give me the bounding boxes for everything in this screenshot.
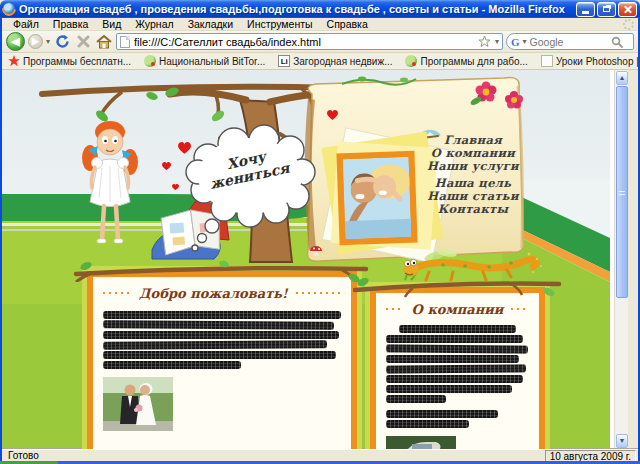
stop-button[interactable] (74, 33, 92, 51)
menu-bar: Файл Правка Вид Журнал Закладки Инструме… (2, 18, 638, 31)
firefox-window: Организация свадеб , проведения свадьбы,… (0, 0, 640, 464)
close-icon (623, 5, 632, 14)
bookmark-label: Уроки Photoshop | С... (556, 56, 638, 67)
bookmark-item[interactable]: Национальный BitTor... (144, 55, 265, 67)
search-engine-dropdown-icon[interactable]: ▾ (523, 37, 527, 46)
menu-bookmarks[interactable]: Закладки (181, 18, 240, 30)
bookmark-label: Программы для рабо... (420, 56, 527, 67)
home-button[interactable] (95, 33, 113, 51)
address-input[interactable] (134, 36, 474, 48)
bookmark-item[interactable]: Программы для рабо... (405, 55, 527, 67)
dotted-rule (296, 292, 341, 294)
reload-icon (55, 34, 70, 49)
bookmark-label: Программы бесплатн... (23, 56, 131, 67)
home-icon (96, 35, 112, 49)
bookmark-item[interactable]: Уроки Photoshop | С... (541, 55, 638, 67)
menu-history[interactable]: Журнал (128, 18, 180, 30)
dotted-rule (103, 292, 131, 294)
address-dropdown-icon[interactable]: ▾ (495, 37, 499, 46)
menu-file[interactable]: Файл (6, 18, 46, 30)
bookmark-star-icon[interactable] (478, 35, 491, 48)
back-button[interactable]: ◀ (6, 32, 25, 51)
close-button[interactable] (618, 2, 637, 17)
history-dropdown-icon[interactable]: ▾ (46, 37, 50, 46)
wedding-car-photo[interactable] (386, 436, 456, 449)
scroll-up-button[interactable]: ▲ (616, 71, 628, 85)
search-bar[interactable]: G ▾ (506, 33, 634, 50)
page-favicon (120, 36, 130, 48)
lizard-illustration (395, 246, 545, 288)
status-bar: Готово 10 августа 2009 г. (2, 449, 638, 461)
menu-help[interactable]: Справка (320, 18, 375, 30)
menu-view[interactable]: Вид (95, 18, 128, 30)
girl-illustration (82, 121, 138, 243)
nav-link-contacts[interactable]: Контакты (414, 203, 532, 216)
menu-tools[interactable]: Инструменты (240, 18, 319, 30)
google-icon: G (511, 36, 520, 48)
dotted-rule (511, 308, 529, 310)
navigation-toolbar: ◀ ▶ ▾ ▾ (2, 31, 638, 53)
branch-decoration (72, 258, 372, 282)
reload-button[interactable] (53, 33, 71, 51)
section-title: Добро пожаловать! (139, 286, 288, 301)
censored-text-block (386, 325, 529, 428)
search-input[interactable] (530, 36, 608, 48)
censored-text-block (103, 311, 341, 369)
nav-link-services[interactable]: Наши услуги (414, 160, 532, 173)
bookmark-label: Загородная недвиж... (293, 56, 392, 67)
welcome-section: Добро пожаловать! (82, 266, 362, 449)
speech-bubble (172, 118, 332, 258)
status-text: Готово (8, 450, 39, 461)
restore-button[interactable] (597, 2, 616, 17)
bookmark-item[interactable]: Программы бесплатн... (8, 55, 131, 67)
dotted-rule (386, 308, 404, 310)
menu-edit[interactable]: Правка (46, 18, 95, 30)
throbber-icon (623, 19, 634, 30)
title-bar[interactable]: Организация свадеб , проведения свадьбы,… (0, 0, 640, 18)
restore-icon (603, 6, 610, 12)
emule-icon (144, 55, 156, 67)
site-navigation: Главная О компании Наши услуги Наша цель… (414, 134, 532, 216)
forward-button[interactable]: ▶ (28, 34, 43, 49)
minimize-icon (582, 11, 589, 14)
browser-viewport: Хочу жениться Главная О компании Наши ус… (2, 70, 624, 449)
section-title: О компании (412, 302, 504, 317)
page-icon (541, 55, 553, 67)
vertical-scrollbar[interactable]: ▲ ▼ (614, 70, 628, 449)
emule-icon (405, 55, 417, 67)
magnifier-icon[interactable] (611, 36, 623, 48)
bookmark-item[interactable]: Li Загородная недвиж... (278, 55, 392, 67)
firefox-icon (3, 3, 15, 15)
stop-icon (77, 35, 90, 48)
li-icon: Li (278, 55, 290, 67)
star-icon (8, 55, 20, 67)
address-bar[interactable]: ▾ (116, 33, 503, 50)
window-border-left (0, 18, 2, 461)
scrollbar-thumb[interactable] (616, 86, 628, 298)
web-page: Хочу жениться Главная О компании Наши ус… (2, 70, 610, 449)
wedding-couple-photo[interactable] (103, 377, 173, 431)
scroll-down-button[interactable]: ▼ (616, 434, 628, 448)
minimize-button[interactable] (576, 2, 595, 17)
about-section: О компании (365, 282, 550, 449)
bookmarks-bar: Программы бесплатн... Национальный BitTo… (2, 53, 638, 70)
window-title: Организация свадеб , проведения свадьбы,… (19, 3, 576, 15)
bookmark-label: Национальный BitTor... (159, 56, 265, 67)
